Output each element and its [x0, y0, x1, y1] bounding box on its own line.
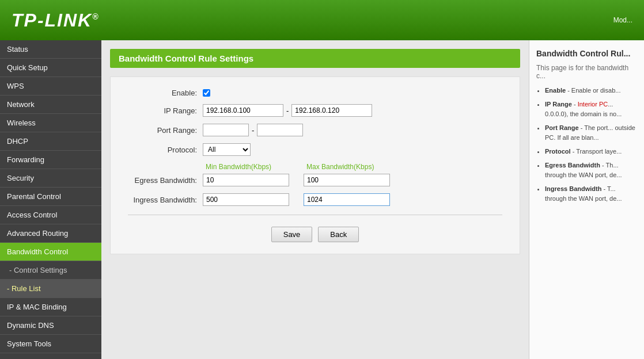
port-range-label: Port Range: — [128, 126, 203, 135]
help-title: Bandwidth Control Rul... — [536, 49, 637, 58]
button-row: Save Back — [128, 227, 502, 242]
sidebar-item-security[interactable]: Security — [0, 169, 101, 188]
enable-field — [203, 89, 210, 97]
min-bandwidth-header: Min Bandwidth(Kbps) — [203, 163, 295, 171]
ip-range-field: - — [203, 104, 372, 117]
form-divider — [128, 215, 502, 215]
logo: TP-LINK® — [12, 10, 100, 31]
help-item-enable: Enable - Enable or disab... — [545, 86, 637, 96]
form-container: Enable: IP Range: - Port Range: — [110, 77, 520, 254]
egress-field — [203, 174, 390, 186]
max-bandwidth-header: Max Bandwidth(Kbps) — [304, 163, 396, 171]
back-button[interactable]: Back — [318, 227, 359, 242]
help-intro: This page is for the bandwidth c... — [536, 64, 637, 80]
ingress-min-input[interactable] — [203, 193, 289, 206]
help-list: Enable - Enable or disab... IP Range - I… — [536, 86, 637, 204]
ip-range-label: IP Range: — [128, 106, 203, 115]
sidebar-item-wireless[interactable]: Wireless — [0, 114, 101, 132]
sidebar-item-ip-mac-binding[interactable]: IP & MAC Binding — [0, 298, 101, 316]
sidebar-item-network[interactable]: Network — [0, 96, 101, 114]
reg-symbol: ® — [92, 12, 99, 21]
port-range-to-input[interactable] — [257, 124, 303, 136]
sidebar-item-quick-setup[interactable]: Quick Setup — [0, 59, 101, 77]
sidebar: Status Quick Setup WPS Network Wireless … — [0, 40, 101, 359]
ingress-field — [203, 193, 390, 206]
sidebar-item-rule-list[interactable]: - Rule List — [0, 280, 101, 298]
ingress-label: Ingress Bandwidth: — [128, 196, 203, 204]
sidebar-item-wps[interactable]: WPS — [0, 77, 101, 96]
sidebar-item-bandwidth-control[interactable]: Bandwidth Control — [0, 243, 101, 261]
egress-label: Egress Bandwidth: — [128, 176, 203, 185]
sidebar-item-forwarding[interactable]: Forwarding — [0, 151, 101, 169]
sidebar-item-dhcp[interactable]: DHCP — [0, 132, 101, 151]
ip-range-row: IP Range: - — [128, 104, 502, 117]
sidebar-item-system-tools[interactable]: System Tools — [0, 335, 101, 353]
port-range-row: Port Range: - — [128, 124, 502, 136]
help-item-port-range: Port Range - The port... outside PC. If … — [545, 123, 637, 143]
ingress-max-input[interactable] — [304, 193, 390, 206]
content-area: Bandwidth Control Rule Settings Enable: … — [101, 40, 529, 359]
ip-range-dash: - — [286, 106, 289, 115]
enable-label: Enable: — [128, 89, 203, 97]
sidebar-item-parental-control[interactable]: Parental Control — [0, 188, 101, 206]
save-button[interactable]: Save — [271, 227, 313, 242]
help-item-protocol: Protocol - Transport laye... — [545, 147, 637, 157]
bandwidth-headers: Min Bandwidth(Kbps) Max Bandwidth(Kbps) — [203, 163, 502, 171]
enable-row: Enable: — [128, 89, 502, 97]
help-item-egress: Egress Bandwidth - Th... through the WAN… — [545, 161, 637, 181]
enable-checkbox[interactable] — [203, 89, 210, 97]
port-range-dash: - — [252, 126, 254, 135]
egress-max-input[interactable] — [304, 174, 390, 186]
ip-range-from-input[interactable] — [203, 104, 283, 117]
port-range-from-input[interactable] — [203, 124, 249, 136]
help-panel: Bandwidth Control Rul... This page is fo… — [529, 40, 644, 359]
model-label: Mod... — [613, 16, 632, 24]
egress-min-input[interactable] — [203, 174, 289, 186]
sidebar-item-advanced-routing[interactable]: Advanced Routing — [0, 224, 101, 243]
help-item-ip-range: IP Range - Interior PC... 0.0.0.0), the … — [545, 100, 637, 120]
main-layout: Status Quick Setup WPS Network Wireless … — [0, 40, 644, 359]
protocol-row: Protocol: All TCP UDP TCP/UDP — [128, 143, 502, 156]
protocol-label: Protocol: — [128, 146, 203, 154]
sidebar-item-status[interactable]: Status — [0, 40, 101, 59]
page-title: Bandwidth Control Rule Settings — [110, 49, 520, 68]
sidebar-item-dynamic-dns[interactable]: Dynamic DNS — [0, 316, 101, 335]
sidebar-item-control-settings[interactable]: - Control Settings — [0, 261, 101, 280]
protocol-select[interactable]: All TCP UDP TCP/UDP — [203, 143, 251, 156]
logo-text: TP-LINK — [12, 10, 92, 30]
ingress-row: Ingress Bandwidth: — [128, 193, 502, 206]
ip-range-to-input[interactable] — [291, 104, 372, 117]
port-range-field: - — [203, 124, 303, 136]
protocol-field: All TCP UDP TCP/UDP — [203, 143, 251, 156]
sidebar-item-logout[interactable]: Logout — [0, 353, 101, 359]
header: TP-LINK® Mod... — [0, 0, 644, 40]
egress-row: Egress Bandwidth: — [128, 174, 502, 186]
sidebar-item-access-control[interactable]: Access Control — [0, 206, 101, 224]
help-item-ingress: Ingress Bandwidth - T... through the WAN… — [545, 184, 637, 204]
